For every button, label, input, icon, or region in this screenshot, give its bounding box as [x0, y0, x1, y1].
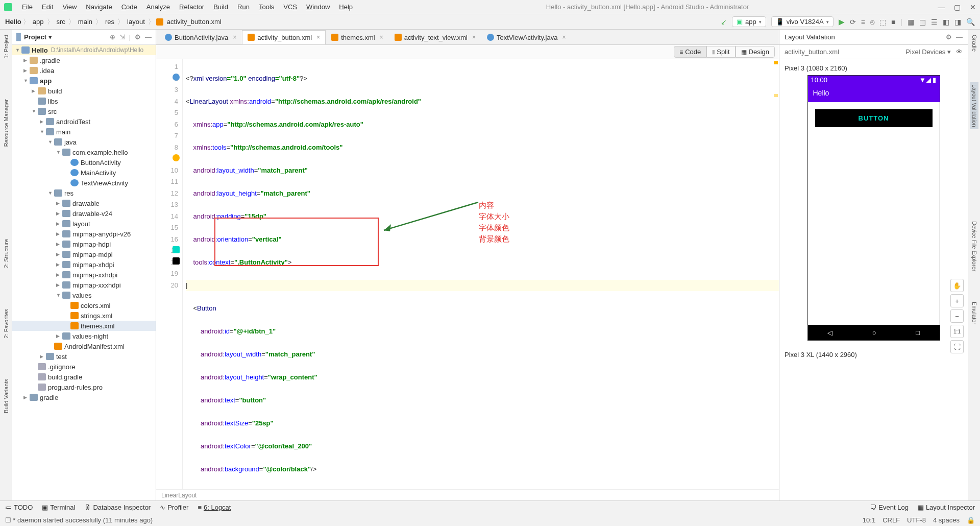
pan-icon[interactable]: ✋: [950, 279, 964, 292]
tree-row[interactable]: ▼app: [12, 76, 156, 86]
sdk-icon[interactable]: ▥: [919, 18, 926, 26]
tree-row[interactable]: ▶mipmap-hdpi: [12, 239, 156, 249]
warning-gutter-icon[interactable]: [173, 154, 180, 161]
tree-row[interactable]: AndroidManifest.xml: [12, 341, 156, 351]
device-selector[interactable]: 📱vivo V1824A▾: [771, 16, 834, 27]
tab-event-log[interactable]: 🗨 Event Log: [870, 504, 909, 511]
editor-breadcrumb[interactable]: LinearLayout: [156, 489, 779, 500]
tree-row[interactable]: ▼values: [12, 290, 156, 300]
class-gutter-icon[interactable]: [173, 74, 180, 81]
validation-hide-icon[interactable]: —: [956, 33, 963, 41]
rail-emulator[interactable]: Emulator: [971, 302, 977, 324]
menu-navigate[interactable]: Navigate: [81, 3, 116, 11]
tab-split[interactable]: ⫴ Split: [706, 46, 735, 58]
validation-gear-icon[interactable]: ⚙: [946, 33, 952, 41]
menu-file[interactable]: File: [17, 3, 37, 11]
search-icon[interactable]: 🔍: [966, 18, 975, 26]
structure-icon[interactable]: ☰: [931, 18, 938, 26]
project-view-selector[interactable]: Project ▾: [24, 33, 52, 41]
tree-row[interactable]: ▶gradle: [12, 392, 156, 402]
tab-logcat[interactable]: ≡ 6: Logcat: [198, 504, 231, 511]
tree-row[interactable]: libs: [12, 96, 156, 106]
editor-tab[interactable]: ButtonActivity.java×: [159, 30, 242, 44]
tree-row[interactable]: strings.xml: [12, 310, 156, 321]
assistant-icon[interactable]: ◨: [954, 18, 961, 26]
stop-icon[interactable]: ■: [891, 18, 895, 26]
visibility-icon[interactable]: 👁: [956, 48, 963, 56]
tree-row[interactable]: ▶androidTest: [12, 116, 156, 127]
menu-refactor[interactable]: Refactor: [175, 3, 209, 11]
color-swatch-teal-icon[interactable]: [173, 246, 180, 253]
tree-row[interactable]: ▶mipmap-anydpi-v26: [12, 229, 156, 239]
tree-row[interactable]: ▼java: [12, 137, 156, 147]
menu-help[interactable]: Help: [334, 3, 357, 11]
zoom-in-icon[interactable]: +: [950, 294, 964, 307]
rail-favorites[interactable]: 2: Favorites: [3, 309, 9, 338]
editor-tab[interactable]: TextViewActivity.java×: [481, 30, 571, 44]
sync-icon[interactable]: ↙: [721, 18, 727, 26]
status-lock-icon[interactable]: 🔒: [967, 516, 975, 524]
code-editor[interactable]: <?xml version="1.0" encoding="utf-8"?> <…: [183, 59, 779, 489]
close-tab-icon[interactable]: ×: [562, 34, 566, 41]
tree-row[interactable]: ▼main: [12, 127, 156, 137]
run-config-selector[interactable]: ▣app▾: [732, 16, 766, 27]
collapse-all-icon[interactable]: |: [129, 33, 131, 41]
tree-row[interactable]: ▶layout: [12, 219, 156, 229]
device-group-selector[interactable]: Pixel Devices ▾: [905, 48, 951, 56]
tab-terminal[interactable]: ▣ Terminal: [42, 504, 75, 511]
debug-icon[interactable]: ⟳: [850, 18, 856, 26]
run-icon[interactable]: ▶: [839, 17, 845, 27]
zoom-fit-icon[interactable]: 1:1: [950, 325, 964, 338]
tab-design[interactable]: ▦ Design: [736, 46, 775, 58]
tree-row[interactable]: ▶drawable: [12, 198, 156, 208]
project-tree[interactable]: ▼HelloD:\install\Android\Androidwp\Hello…: [12, 45, 156, 500]
rail-resource-manager[interactable]: Resource Manager: [3, 99, 9, 147]
editor-tab[interactable]: activity_text_view.xml×: [389, 30, 481, 44]
close-tab-icon[interactable]: ×: [316, 34, 320, 41]
tree-row[interactable]: TextViewActivity: [12, 178, 156, 188]
tree-row[interactable]: proguard-rules.pro: [12, 382, 156, 392]
menu-code[interactable]: Code: [117, 3, 142, 11]
line-gutter[interactable]: 1234567891011121314151617181920: [156, 59, 183, 489]
status-encoding[interactable]: UTF-8: [907, 516, 926, 524]
tree-row[interactable]: ▶test: [12, 351, 156, 362]
rail-build-variants[interactable]: Build Variants: [3, 379, 9, 413]
tree-row[interactable]: ▶drawable-v24: [12, 208, 156, 219]
editor-tab[interactable]: themes.xml×: [326, 30, 388, 44]
tab-layout-inspector[interactable]: ▦ Layout Inspector: [918, 504, 975, 511]
maximize-icon[interactable]: ▢: [954, 3, 961, 11]
tree-row[interactable]: ▼src: [12, 106, 156, 116]
status-indent[interactable]: 4 spaces: [933, 516, 960, 524]
rail-structure[interactable]: 2: Structure: [3, 239, 9, 268]
profile-icon[interactable]: ⎋: [870, 18, 874, 26]
tree-row[interactable]: build.gradle: [12, 372, 156, 382]
menu-tools[interactable]: Tools: [254, 3, 279, 11]
tree-row[interactable]: ▶mipmap-xxhdpi: [12, 270, 156, 280]
close-tab-icon[interactable]: ×: [380, 34, 383, 41]
close-tab-icon[interactable]: ×: [472, 34, 476, 41]
editor-tab[interactable]: activity_button.xml×: [242, 30, 326, 44]
zoom-reset-icon[interactable]: ⛶: [950, 340, 964, 353]
expand-all-icon[interactable]: ⇲: [119, 33, 125, 41]
tree-row[interactable]: MainActivity: [12, 168, 156, 178]
settings-gear-icon[interactable]: ⚙: [135, 33, 141, 41]
menu-window[interactable]: Window: [302, 3, 334, 11]
tree-row[interactable]: themes.xml: [12, 321, 156, 331]
close-icon[interactable]: ✕: [970, 3, 976, 11]
device-preview[interactable]: 10:00▼◢ ▮ Hello BUTTON ◁○□: [807, 75, 940, 341]
tree-row[interactable]: ▶mipmap-xxxhdpi: [12, 280, 156, 290]
tree-row[interactable]: ▼res: [12, 188, 156, 198]
error-stripe[interactable]: [773, 59, 779, 489]
tree-row[interactable]: ▶build: [12, 86, 156, 96]
select-opened-icon[interactable]: ⊕: [110, 33, 115, 41]
tree-root[interactable]: ▼HelloD:\install\Android\Androidwp\Hello: [12, 45, 156, 55]
tree-row[interactable]: ▶.idea: [12, 65, 156, 76]
hide-icon[interactable]: —: [145, 33, 152, 41]
color-swatch-black-icon[interactable]: [173, 257, 180, 265]
tree-row[interactable]: ▶mipmap-xhdpi: [12, 259, 156, 270]
tree-row[interactable]: .gitignore: [12, 362, 156, 372]
tree-row[interactable]: ▶.gradle: [12, 55, 156, 65]
menu-edit[interactable]: Edit: [37, 3, 58, 11]
tab-profiler[interactable]: ∿ Profiler: [160, 504, 188, 511]
tree-row[interactable]: ▶mipmap-mdpi: [12, 249, 156, 259]
